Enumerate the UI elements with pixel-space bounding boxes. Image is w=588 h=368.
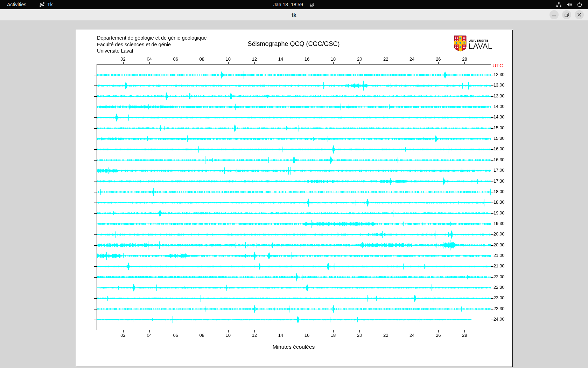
x-tick-label-top: 16 bbox=[302, 56, 312, 62]
x-tick-label-top: 14 bbox=[275, 56, 286, 62]
trace-time-label: 18:00 bbox=[493, 189, 504, 194]
institution-line-2: Faculté des sciences et de génie bbox=[97, 41, 207, 48]
trace-time-label: 20:30 bbox=[493, 243, 504, 247]
x-tick-label-top: 20 bbox=[354, 56, 365, 62]
x-tick-label-bottom: 08 bbox=[197, 333, 207, 338]
logo-text-laval: LAVAL bbox=[469, 42, 492, 50]
trace-time-label: 22:00 bbox=[493, 274, 504, 279]
x-tick-label-bottom: 26 bbox=[433, 333, 443, 338]
x-tick-label-bottom: 02 bbox=[118, 333, 128, 338]
trace-time-label: 22:30 bbox=[493, 285, 504, 290]
network-wired-icon bbox=[556, 2, 562, 7]
institution-line-3: Université Laval bbox=[97, 48, 207, 54]
trace-time-label: 21:30 bbox=[493, 264, 504, 268]
trace-time-label: 17:30 bbox=[493, 179, 504, 184]
x-tick-label-top: 10 bbox=[223, 56, 233, 62]
x-tick-label-bottom: 18 bbox=[328, 333, 338, 338]
x-tick-label-bottom: 10 bbox=[223, 333, 233, 338]
x-tick-label-top: 24 bbox=[407, 56, 417, 62]
trace-time-label: 23:30 bbox=[493, 306, 504, 311]
minimize-button[interactable] bbox=[550, 10, 559, 19]
trace-time-label: 15:30 bbox=[493, 136, 504, 141]
system-status-area[interactable] bbox=[554, 0, 584, 9]
x-tick-label-top: 12 bbox=[249, 56, 260, 62]
x-tick-label-top: 04 bbox=[144, 56, 155, 62]
laval-shield-icon bbox=[454, 35, 467, 53]
trace-time-label: 20:00 bbox=[493, 232, 504, 237]
x-tick-label-bottom: 24 bbox=[407, 333, 417, 338]
trace-time-label: 17:00 bbox=[493, 168, 504, 173]
seismogram-traces bbox=[76, 30, 512, 367]
x-tick-label-bottom: 22 bbox=[380, 333, 391, 338]
x-axis-title: Minutes écoulées bbox=[216, 344, 371, 350]
x-tick-label-bottom: 16 bbox=[302, 333, 312, 338]
trace-time-label: 16:00 bbox=[493, 146, 504, 151]
trace-time-label: 14:00 bbox=[493, 104, 504, 109]
trace-time-label: 21:00 bbox=[493, 253, 504, 258]
x-tick-label-bottom: 28 bbox=[459, 333, 470, 338]
maximize-restore-button[interactable] bbox=[562, 10, 571, 19]
trace-time-label: 14:30 bbox=[493, 115, 504, 120]
window-body: Département de géologie et de génie géol… bbox=[0, 21, 588, 368]
x-tick-label-top: 26 bbox=[433, 56, 443, 62]
trace-time-label: 18:30 bbox=[493, 200, 504, 205]
x-tick-label-bottom: 06 bbox=[170, 333, 181, 338]
institution-line-1: Département de géologie et de génie géol… bbox=[97, 35, 207, 41]
trace-time-label: 24:00 bbox=[493, 317, 504, 322]
universite-laval-logo: UNIVERSITÉ LAVAL bbox=[454, 36, 499, 53]
x-tick-label-top: 08 bbox=[197, 56, 207, 62]
plot-title: Séismographe QCQ (CGC/GSC) bbox=[216, 40, 371, 48]
trace-time-label: 16:30 bbox=[493, 157, 504, 162]
institution-header: Département de géologie et de génie géol… bbox=[97, 35, 207, 54]
x-tick-label-bottom: 14 bbox=[275, 333, 286, 338]
trace-time-label: 13:30 bbox=[493, 94, 504, 98]
trace-time-label: 19:00 bbox=[493, 211, 504, 216]
x-tick-label-top: 28 bbox=[459, 56, 470, 62]
seismograph-canvas: Département de géologie et de génie géol… bbox=[76, 30, 513, 367]
x-tick-label-bottom: 20 bbox=[354, 333, 365, 338]
volume-icon bbox=[566, 2, 572, 7]
notifications-disabled-icon bbox=[309, 2, 315, 7]
clock-label: Jan 13 18:59 bbox=[273, 2, 303, 7]
power-icon bbox=[577, 2, 582, 7]
x-tick-label-top: 18 bbox=[328, 56, 338, 62]
close-button[interactable] bbox=[575, 10, 584, 19]
x-tick-label-bottom: 04 bbox=[144, 333, 155, 338]
utc-label: UTC bbox=[492, 62, 503, 68]
clock-button[interactable]: Jan 13 18:59 bbox=[0, 0, 588, 9]
window-title: tk bbox=[0, 9, 588, 21]
x-tick-label-top: 02 bbox=[118, 56, 128, 62]
x-tick-label-top: 22 bbox=[380, 56, 391, 62]
trace-time-label: 12:30 bbox=[493, 72, 504, 77]
x-tick-label-bottom: 12 bbox=[249, 333, 260, 338]
trace-time-label: 23:00 bbox=[493, 295, 504, 300]
window-titlebar: tk bbox=[0, 9, 588, 21]
trace-time-label: 19:30 bbox=[493, 221, 504, 226]
x-tick-label-top: 06 bbox=[170, 56, 181, 62]
trace-time-label: 13:00 bbox=[493, 83, 504, 88]
trace-time-label: 15:00 bbox=[493, 125, 504, 130]
gnome-top-bar: Activities Tk Jan 13 18:59 bbox=[0, 0, 588, 9]
